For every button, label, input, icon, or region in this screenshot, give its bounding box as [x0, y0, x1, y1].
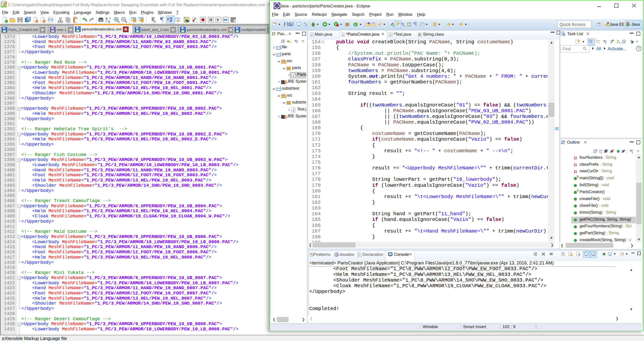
- svg-text:a: a: [108, 19, 110, 23]
- svg-text:J: J: [629, 23, 630, 26]
- svg-text:b: b: [106, 16, 108, 20]
- svg-text:+: +: [6, 19, 7, 23]
